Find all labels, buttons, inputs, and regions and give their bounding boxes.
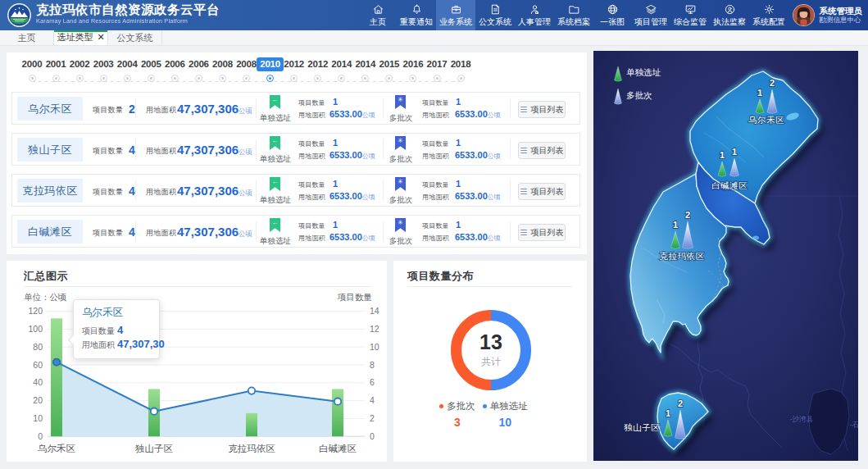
bar-克拉玛依区[interactable] <box>246 413 257 436</box>
nav-item-11[interactable]: 系统配置 <box>749 0 788 30</box>
project-list-button-label: 项目列表 <box>530 186 563 198</box>
nav-item-8[interactable]: 项目管理 <box>631 0 670 30</box>
line-point-克拉玛依区[interactable] <box>248 387 255 394</box>
nav-item-label: 重要通知 <box>400 16 433 28</box>
user-avatar <box>793 4 815 26</box>
left-axis-tick: 80 <box>33 342 43 352</box>
donut-chart[interactable] <box>393 261 587 462</box>
multi-batch-ribbon-icon: ✳ <box>395 136 406 150</box>
timeline-dot[interactable] <box>338 75 345 82</box>
timeline-dot[interactable] <box>76 75 84 82</box>
legend-value: 10 <box>483 416 528 429</box>
project-list-button[interactable]: ☰项目列表 <box>518 142 566 159</box>
timeline-dot[interactable] <box>457 75 465 82</box>
single-area-value: 6533.00公顷 <box>329 109 375 120</box>
nav-item-1[interactable]: 主页 <box>359 0 397 30</box>
tooltip-row-label: 用地面积 <box>82 340 115 349</box>
combo-chart[interactable]: 0010220440660880101001212014乌尔禾区独山子区克拉玛依… <box>7 261 387 462</box>
multi-count-label: 项目数量 <box>422 98 449 107</box>
badge-icon <box>724 3 736 16</box>
tooltip-row-value: 47,307,30 <box>117 338 165 350</box>
single-site-label: 单独选址 <box>251 236 300 247</box>
nav-item-9[interactable]: 综合监管 <box>670 0 710 30</box>
divider <box>135 180 136 200</box>
nav-item-label: 项目管理 <box>634 16 667 28</box>
bar-乌尔禾区[interactable] <box>51 318 62 436</box>
multi-batch-ribbon-icon: ✳ <box>395 177 406 191</box>
right-axis-tick: 14 <box>370 306 379 316</box>
timeline-dot[interactable] <box>266 75 274 82</box>
legend-item-单独选址[interactable]: 单独选址10 <box>483 400 528 429</box>
donut-slice-单独选址[interactable] <box>491 316 526 385</box>
nav-item-5[interactable]: 人事管理 <box>515 0 554 30</box>
karamay-map[interactable]: -沙湾县-石河子市 <box>593 51 858 461</box>
timeline-dot[interactable] <box>361 75 369 82</box>
nav-item-label: 系统档案 <box>557 16 590 28</box>
project-count-value: 4 <box>129 184 135 198</box>
tab-label: 选址类型 <box>57 31 93 43</box>
line-point-独山子区[interactable] <box>151 408 157 414</box>
timeline-year-2018[interactable]: 2018 <box>444 56 477 82</box>
single-site-ribbon-icon: ← <box>270 136 280 150</box>
project-list-button[interactable]: ☰项目列表 <box>518 101 566 118</box>
map-legend-label: 单独选址 <box>626 67 661 77</box>
app-logo-icon <box>7 3 31 27</box>
bar-白碱滩区[interactable] <box>332 389 343 436</box>
nav-item-2[interactable]: 重要通知 <box>397 0 436 30</box>
project-distribution-panel: 项目数量分布 13 共计 多批次3单独选址10 <box>393 261 587 462</box>
x-axis-label: 白碱滩区 <box>319 444 357 453</box>
timeline-dot[interactable] <box>243 75 250 82</box>
single-site-label: 单独选址 <box>251 154 300 165</box>
timeline-dot[interactable] <box>195 75 202 82</box>
project-count-value: 4 <box>129 225 135 239</box>
monitor-icon <box>684 3 697 16</box>
nav-item-3[interactable]: 业务系统 <box>436 0 475 30</box>
timeline-dot[interactable] <box>52 75 60 82</box>
year-timeline: 2000200120022003200420052006200620082008… <box>7 56 587 90</box>
donut-legend: 多批次3单独选址10 <box>393 400 587 429</box>
land-area-label: 用地面积 <box>146 105 176 116</box>
nav-item-6[interactable]: 系统档案 <box>554 0 593 30</box>
line-point-乌尔禾区[interactable] <box>53 359 60 366</box>
right-axis-tick: 0 <box>370 431 375 441</box>
timeline-dot[interactable] <box>171 75 179 82</box>
timeline-dot[interactable] <box>290 75 298 82</box>
tab-1[interactable]: 主页 <box>0 30 54 45</box>
timeline-dot[interactable] <box>124 75 131 82</box>
nav-item-4[interactable]: 公文系统 <box>475 0 515 30</box>
single-area-label: 用地面积 <box>298 152 325 161</box>
timeline-dot[interactable] <box>148 75 155 82</box>
project-list-button[interactable]: ☰项目列表 <box>518 224 566 241</box>
multi-area-label: 用地面积 <box>422 152 449 161</box>
timeline-dot[interactable] <box>219 75 226 82</box>
timeline-dot[interactable] <box>434 75 441 82</box>
project-count-label: 项目数量 <box>93 146 123 157</box>
right-axis-tick: 4 <box>370 395 375 405</box>
left-axis-tick: 0 <box>38 431 43 441</box>
nav-item-10[interactable]: 执法监察 <box>710 0 749 30</box>
legend-label: 多批次 <box>447 400 475 412</box>
right-axis-tick: 12 <box>370 324 379 334</box>
timeline-dot[interactable] <box>100 75 107 82</box>
project-count-label: 项目数量 <box>93 228 123 239</box>
nav-item-7[interactable]: 一张图 <box>593 0 631 30</box>
timeline-dot[interactable] <box>385 75 393 82</box>
project-list-button[interactable]: ☰项目列表 <box>518 183 566 200</box>
single-area-value: 6533.00公顷 <box>329 150 375 161</box>
tab-2[interactable]: 选址类型✕ <box>54 30 108 45</box>
timeline-dot[interactable] <box>409 75 416 82</box>
timeline-dot[interactable] <box>314 75 321 82</box>
list-icon: ☰ <box>520 147 528 155</box>
marker-count: 2 <box>685 210 690 220</box>
timeline-dot[interactable] <box>29 75 36 82</box>
donut-slice-多批次[interactable] <box>457 316 492 385</box>
legend-item-多批次[interactable]: 多批次3 <box>439 400 475 429</box>
tab-3[interactable]: 公文系统 <box>108 30 162 45</box>
left-axis-tick: 120 <box>28 306 43 316</box>
line-point-白碱滩区[interactable] <box>334 398 341 404</box>
district-summary-panel: 2000200120022003200420052006200620082008… <box>7 52 587 254</box>
single-site-label: 单独选址 <box>251 195 300 206</box>
tab-bar: 主页选址类型✕公文系统 <box>0 30 868 46</box>
user-info[interactable]: 系统管理员 勘测信息中心 <box>793 0 863 30</box>
tab-close-icon[interactable]: ✕ <box>97 32 104 43</box>
